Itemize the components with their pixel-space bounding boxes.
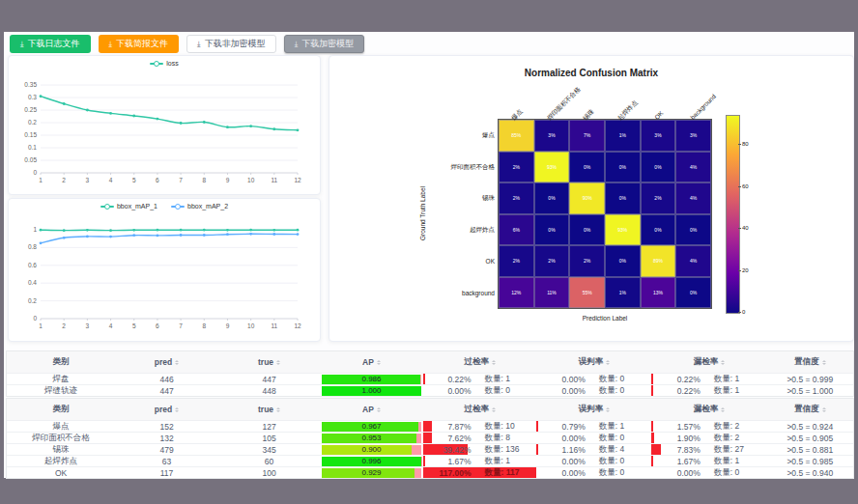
matrix-cell: 7% [569,120,605,152]
svg-text:8: 8 [202,177,206,183]
sort-carets-icon[interactable] [377,406,381,414]
sort-carets-icon[interactable] [721,358,725,367]
sort-desc-icon[interactable] [606,410,610,414]
ap-remainder-bar [412,445,421,455]
sort-desc-icon[interactable] [276,363,280,367]
col-header-pred[interactable]: pred [115,399,218,420]
svg-text:10: 10 [247,322,255,329]
sort-carets-icon[interactable] [492,358,496,367]
sort-asc-icon[interactable] [492,358,496,362]
ap-value: 0.900 [362,445,382,454]
svg-text:0.05: 0.05 [24,156,37,163]
sort-carets-icon[interactable] [377,358,381,367]
sort-carets-icon[interactable] [606,406,610,414]
pred-cell: 446 [115,374,218,384]
download-unencrypted-model-button[interactable]: ⤓下载非加密模型 [186,35,276,53]
legend-item-loss[interactable]: loss [150,60,178,67]
legend-item-bbox_mAP_1[interactable]: bbox_mAP_1 [100,203,157,210]
sort-desc-icon[interactable] [492,363,496,367]
col-header-AP[interactable]: AP [320,351,423,373]
sort-asc-icon[interactable] [721,406,725,409]
sort-asc-icon[interactable] [822,406,826,409]
sort-asc-icon[interactable] [377,358,381,362]
sort-desc-icon[interactable] [377,410,381,414]
sort-carets-icon[interactable] [606,358,610,367]
col-header-误判率[interactable]: 误判率 [536,399,651,420]
col-header-pred[interactable]: pred [115,351,218,373]
col-header-漏检率[interactable]: 漏检率 [651,351,766,373]
matrix-cell: 0% [569,214,605,246]
matrix-cell-value: 4% [690,258,697,264]
rate-count: 数量: 2 [701,421,767,432]
sort-asc-icon[interactable] [175,358,179,362]
col-header-AP[interactable]: AP [320,399,423,420]
ap-cell: 0.967 [320,421,423,432]
sort-asc-icon[interactable] [175,406,179,409]
rate-value: 1.67% [651,457,700,466]
col-header-true[interactable]: true [218,399,320,420]
download-log-button[interactable]: ⤓下载日志文件 [10,35,91,53]
sort-desc-icon[interactable] [377,363,381,367]
table-row: 锡珠4793450.90039.42%数量: 1361.16%数量: 47.83… [7,443,853,455]
col-header-过检率[interactable]: 过检率 [423,399,536,420]
col-header-过检率[interactable]: 过检率 [423,351,536,373]
col-header-误判率[interactable]: 误判率 [536,351,651,373]
sort-desc-icon[interactable] [175,410,179,414]
matrix-cell-value: 3% [548,132,555,138]
sort-asc-icon[interactable] [721,358,725,362]
content-area: ⤓下载日志文件⤓下载简报文件⤓下载非加密模型⤓下载加密模型 loss 00.05… [4,32,854,478]
matrix-cell-value: 0% [654,227,661,233]
button-label: 下载日志文件 [28,40,80,48]
sort-carets-icon[interactable] [175,406,179,414]
ap-value: 0.967 [362,422,382,431]
download-encrypted-model-button[interactable]: ⤓下载加密模型 [284,35,365,53]
sort-asc-icon[interactable] [606,406,610,409]
svg-text:0.4: 0.4 [28,279,37,286]
sort-carets-icon[interactable] [175,358,179,367]
sort-asc-icon[interactable] [276,406,280,409]
col-header-置信度[interactable]: 置信度 [767,399,853,420]
confidence-cell: >0.5 = 0.999 [767,374,853,384]
matrix-cell: 0% [675,277,711,309]
matrix-cell: 13% [641,277,676,309]
legend-item-bbox_mAP_2[interactable]: bbox_mAP_2 [171,203,228,210]
matrix-cell-value: 0% [548,195,555,201]
misjudge-rate-cell: 0.00%数量: 0 [536,433,651,443]
sort-desc-icon[interactable] [492,410,496,414]
svg-text:11: 11 [271,322,277,329]
sort-desc-icon[interactable] [822,410,826,414]
sort-carets-icon[interactable] [822,406,826,414]
sort-desc-icon[interactable] [721,410,725,414]
sort-asc-icon[interactable] [822,358,826,362]
matrix-row-label: 起焊炸点 [436,225,495,234]
matrix-cell: 0% [605,245,641,277]
sort-carets-icon[interactable] [492,406,496,414]
matrix-cell: 0% [605,182,641,214]
col-header-置信度[interactable]: 置信度 [767,351,853,373]
sort-carets-icon[interactable] [276,358,280,367]
sort-desc-icon[interactable] [721,363,725,367]
download-report-button[interactable]: ⤓下载简报文件 [99,35,180,53]
svg-text:0.3: 0.3 [28,94,37,100]
sort-asc-icon[interactable] [492,406,496,409]
pred-cell: 117 [115,467,218,478]
sort-desc-icon[interactable] [276,410,280,414]
sort-carets-icon[interactable] [276,406,280,414]
sort-asc-icon[interactable] [377,406,381,409]
col-header-label: 漏检率 [694,404,719,415]
training-dashboard: ⤓下载日志文件⤓下载简报文件⤓下载非加密模型⤓下载加密模型 loss 00.05… [0,0,858,504]
sort-desc-icon[interactable] [175,363,179,367]
sort-desc-icon[interactable] [606,363,610,367]
sort-asc-icon[interactable] [606,358,610,362]
col-header-漏检率[interactable]: 漏检率 [651,399,766,420]
col-header-true[interactable]: true [218,351,320,373]
sort-carets-icon[interactable] [822,358,826,367]
matrix-cell-value: 13% [653,290,663,295]
sort-desc-icon[interactable] [822,363,826,367]
sort-carets-icon[interactable] [721,406,725,414]
sort-asc-icon[interactable] [276,358,280,362]
matrix-cell: 4% [675,152,711,183]
colorbar-tick-label: 80 [742,141,749,147]
download-icon: ⤓ [109,41,113,48]
ap-remainder-bar [418,422,421,432]
